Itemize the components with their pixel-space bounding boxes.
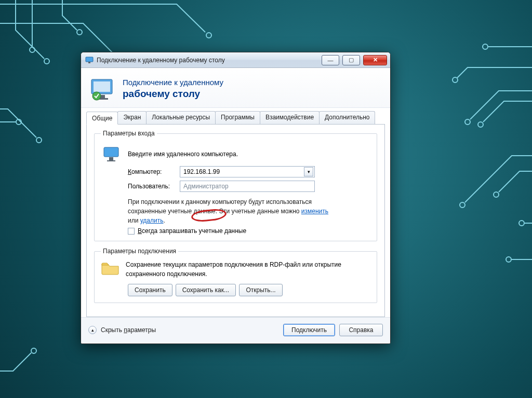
rdp-dialog-window: Подключение к удаленному рабочему столу …	[81, 52, 391, 344]
computer-value: 192.168.1.99	[183, 168, 220, 175]
edit-credentials-link[interactable]: изменить	[301, 208, 328, 215]
svg-point-5	[36, 138, 42, 143]
save-button[interactable]: Сохранить	[128, 284, 172, 296]
svg-point-2	[44, 59, 49, 64]
user-field[interactable]: Администратор	[180, 181, 315, 192]
folder-icon	[101, 260, 119, 279]
connection-legend: Параметры подключения	[101, 248, 178, 255]
always-ask-checkbox[interactable]	[128, 228, 135, 235]
svg-point-9	[453, 77, 458, 83]
dropdown-arrow-icon[interactable]: ▾	[304, 167, 313, 176]
svg-point-14	[519, 221, 524, 226]
open-button[interactable]: Открыть...	[239, 284, 283, 296]
svg-point-11	[478, 122, 483, 127]
svg-rect-19	[94, 81, 110, 92]
computer-label: Компьютер:	[128, 168, 175, 175]
maximize-button[interactable]: ▢	[342, 55, 360, 65]
svg-point-8	[483, 44, 488, 49]
svg-point-12	[460, 202, 465, 208]
always-ask-label: Всегда запрашивать учетные данные	[138, 227, 246, 235]
minimize-button[interactable]: —	[322, 55, 339, 65]
connect-button[interactable]: Подключить	[283, 324, 335, 336]
svg-rect-17	[88, 62, 90, 63]
user-value: Администратор	[183, 183, 229, 190]
connection-parameters-group: Параметры подключения Сохранение текущих…	[94, 248, 377, 303]
tab-experience[interactable]: Взаимодействие	[260, 111, 320, 124]
rdp-icon	[90, 76, 115, 101]
tab-local-resources[interactable]: Локальные ресурсы	[146, 111, 216, 124]
svg-point-4	[77, 30, 82, 35]
tab-programs[interactable]: Программы	[215, 111, 260, 124]
tab-general[interactable]: Общие	[86, 112, 118, 125]
svg-point-13	[494, 192, 499, 197]
svg-rect-25	[107, 160, 115, 161]
hide-options-link[interactable]: Скрыть параметры	[101, 326, 156, 334]
svg-point-3	[30, 47, 35, 52]
titlebar[interactable]: Подключение к удаленному рабочему столу …	[81, 52, 390, 68]
svg-point-15	[506, 257, 511, 262]
credentials-info: При подключении к данному компьютеру буд…	[128, 197, 336, 225]
header-line2: рабочему столу	[123, 88, 223, 100]
dialog-header: Подключение к удаленному рабочему столу	[81, 68, 390, 108]
header-line1: Подключение к удаленному	[123, 78, 223, 88]
svg-point-0	[206, 33, 211, 38]
dialog-footer: ▴ Скрыть параметры Подключить Справка	[81, 317, 390, 344]
computer-icon	[101, 145, 123, 163]
tab-content-general: Параметры входа Введите имя удаленного к…	[86, 125, 385, 317]
login-instruction: Введите имя удаленного компьютера.	[128, 150, 238, 158]
svg-point-7	[31, 348, 36, 353]
save-as-button[interactable]: Сохранить как...	[176, 284, 236, 296]
user-label: Пользователь:	[128, 183, 175, 190]
tab-display[interactable]: Экран	[117, 111, 147, 124]
svg-rect-23	[104, 147, 118, 157]
computer-combobox[interactable]: 192.168.1.99 ▾	[180, 166, 315, 177]
login-parameters-group: Параметры входа Введите имя удаленного к…	[94, 130, 377, 241]
login-legend: Параметры входа	[101, 130, 157, 137]
tab-advanced[interactable]: Дополнительно	[319, 111, 375, 124]
tab-strip: Общие Экран Локальные ресурсы Программы …	[86, 111, 385, 125]
window-title: Подключение к удаленному рабочему столу	[97, 57, 322, 64]
help-button[interactable]: Справка	[339, 324, 383, 336]
delete-credentials-link[interactable]: удалить	[140, 217, 164, 224]
connection-desc: Сохранение текущих параметров подключени…	[126, 260, 370, 279]
svg-rect-16	[86, 57, 93, 62]
close-button[interactable]: ✕	[363, 55, 387, 65]
svg-rect-24	[109, 157, 113, 160]
app-icon	[85, 56, 94, 64]
svg-point-10	[465, 119, 470, 125]
collapse-icon[interactable]: ▴	[88, 326, 97, 334]
